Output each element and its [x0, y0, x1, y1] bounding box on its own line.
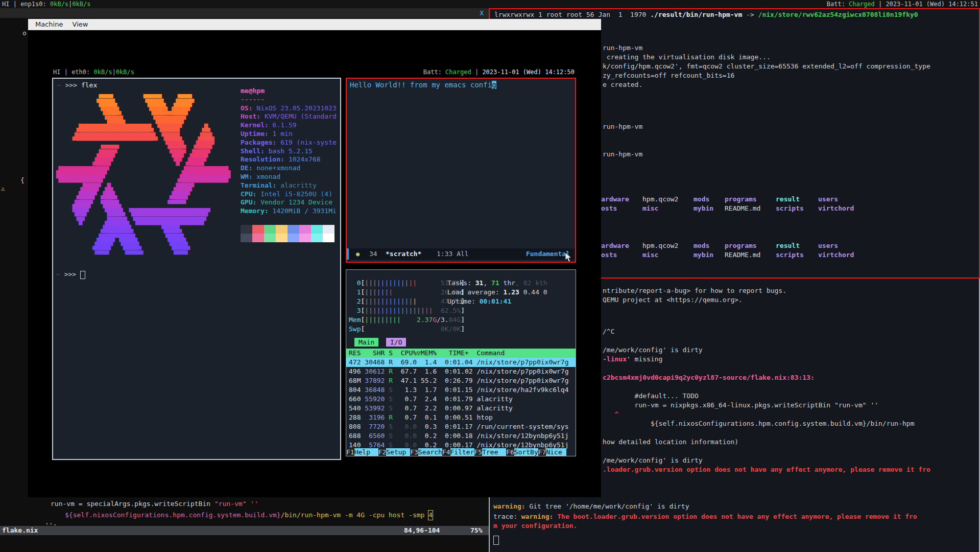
- terminal-line: run-hpm-vm: [603, 150, 642, 159]
- warning-line: trace: warning: The boot.loader.grub.ver…: [493, 512, 917, 521]
- fnkey-search[interactable]: F3: [410, 448, 418, 456]
- mouse-pointer: [565, 252, 572, 265]
- terminal-line: run-vm = nixpkgs.x86_64-linux.pkgs.write…: [603, 401, 878, 410]
- modeline-line-badge: 34: [369, 248, 377, 260]
- terminal-cursor: [493, 536, 499, 545]
- focused-border-top: [489, 8, 980, 9]
- vm-terminal-window[interactable]: ~ >>> flex ▗▄▄▄ ▗▄▄▄▄ ▄▄▄▖ ▜███▙ ▜███▙ ▟…: [52, 78, 341, 460]
- htop-process-row[interactable]: 688 6560 S 0.0 0.2 0:00.18 /nix/store/12…: [346, 431, 576, 441]
- terminal-line: run-hpm-vm: [603, 43, 642, 53]
- vm-status-bar: HI | eth0: 0kB/s|0kB/s Batt: Charged | 2…: [52, 68, 576, 77]
- fnkey-setup[interactable]: F2: [378, 448, 387, 456]
- fnkey-help-label[interactable]: Help: [354, 448, 378, 456]
- modeline-position: 1:33 All: [437, 248, 469, 260]
- memory-meter: Mem[||||||||| 2.37G/3.84G]: [349, 315, 465, 325]
- vm-battery-status: Charged: [445, 68, 471, 76]
- cpu-meter-3: 3[||||||||||||||||| 62.5%]: [349, 306, 465, 315]
- neofetch-info: me@hpm ------ OS: NixOS 23.05.20231023 H…: [241, 87, 341, 216]
- fnkey-help[interactable]: F1: [346, 448, 354, 456]
- emacs-buffer-text: Hello World!! from my emacs config: [350, 80, 496, 90]
- htop-process-row[interactable]: 540 53992 S 0.7 2.2 0:00.97 alacritty: [346, 404, 576, 413]
- htop-window[interactable]: 0[||||||||||||| 51.7%] 1[||||||| 26.0%] …: [346, 269, 576, 456]
- vim-code-line: ${self.nixosConfigurations.hpm.config.sy…: [65, 511, 433, 520]
- vm-clock: Batt: Charged | 2023-11-01 (Wed) 14:12:5…: [423, 68, 575, 77]
- warning-line: warning: Git tree '/home/me/work/config'…: [493, 502, 689, 511]
- swap-meter: Swp[ 0K/0K]: [349, 325, 465, 334]
- statusline-percent: 75%: [470, 526, 482, 535]
- terminal-line: lrwxrwxrwx 1 root root 56 Jan 1 1970 ./r…: [494, 10, 918, 19]
- htop-tab-io[interactable]: I/O: [386, 338, 406, 347]
- modeline-accent: [347, 248, 349, 260]
- error-location-line: c2bcsm4xmj0vd0capi9q2yc0yzl87-source/fla…: [603, 373, 815, 382]
- terminal-line: how detailed location information): [603, 438, 738, 447]
- fnkey-sortby-label[interactable]: SortBy: [514, 448, 538, 456]
- terminal-line: QEMU project at <https://qemu.org>.: [603, 295, 743, 305]
- htop-process-row[interactable]: 804 36848 S 1.3 1.7 0:01.15 /nix/store/h…: [346, 385, 576, 395]
- fnkey-nice-label[interactable]: Nice: [546, 448, 562, 456]
- error-caret: ^: [603, 410, 618, 419]
- emacs-cursor: g: [492, 81, 496, 89]
- ls-listing: ardwarehpm.qcow2modsprogramsresultusers: [601, 241, 838, 250]
- emacs-modeline: ● 34 *scratch* 1:33 All Fundamental: [347, 248, 575, 260]
- fnkey-stub: [562, 448, 566, 456]
- terminal-line: #default... TODO: [603, 392, 699, 401]
- htop-process-row[interactable]: 808 7720 S 0.0 0.3 0:01.17 /run/current-…: [346, 422, 576, 431]
- qemu-window[interactable]: Machine View HI | eth0: 0kB/s|0kB/s Batt…: [28, 19, 601, 497]
- htop-header-row[interactable]: RES SHR S CPU%▽MEM% TIME+ Command: [346, 349, 576, 358]
- warning-sign-icon: ⚠: [1, 185, 5, 192]
- mode-indicator: Fundamental: [526, 248, 570, 260]
- fnkey-filter[interactable]: F4: [442, 448, 450, 456]
- fnkey-sortby[interactable]: F6: [506, 448, 514, 456]
- terminal-line: run-hpm-vm: [603, 122, 642, 131]
- htop-process-row[interactable]: 288 3196 R 0.7 0.1 0:00.51 htop: [346, 413, 576, 422]
- htop-process-row[interactable]: 496 30612 R 67.7 1.6 0:01.02 /nix/store/…: [346, 367, 576, 376]
- vim-tabline: flake.nix b/main.nix b/hpm.nix u/m/defau…: [0, 8, 489, 18]
- terminal-line: zy_refcounts=off refcount_bits=16: [603, 71, 734, 80]
- tabline-close-button[interactable]: X: [480, 8, 484, 18]
- network-monitor: HI | enp1s0: 0kB/s|0kB/s: [2, 0, 90, 8]
- menu-view[interactable]: View: [73, 20, 88, 28]
- fnkey-setup-label[interactable]: Setup: [386, 448, 410, 456]
- fnkey-filter-label[interactable]: Filter: [450, 448, 474, 456]
- tasks-summary: Tasks: 31, 71 thr, 82 kth: [447, 279, 547, 288]
- load-average: Load average: 1.23 0.44 0: [447, 288, 547, 297]
- terminal-line: ntribute/report-a-bug> for how to report…: [603, 286, 786, 295]
- terminal-line: /^C: [603, 327, 614, 336]
- vm-network-monitor: HI | eth0: 0kB/s|0kB/s: [53, 68, 134, 77]
- uptime: Uptime: 00:01:41: [447, 297, 547, 306]
- terminal-line: k/config/hpm.qcow2', fmt=qcow2 cluster_s…: [603, 62, 930, 71]
- ls-listing: ostsmiscmybinREADME.mdscriptsvirtchord: [601, 204, 854, 213]
- terminal-line: /me/work/config' is dirty: [603, 456, 703, 465]
- htop-tab-main[interactable]: Main: [354, 338, 378, 347]
- htop-process-row[interactable]: 68M 37892 R 47.1 55.2 0:26.79 /nix/store…: [346, 376, 576, 385]
- terminal-line: creating the virtualisation disk image..…: [603, 53, 771, 62]
- fnkey-search-label[interactable]: Search: [418, 448, 442, 456]
- statusline-position: 84,96-104: [404, 526, 440, 535]
- shell-prompt: ~ >>>: [56, 270, 85, 279]
- terminal-cursor: [80, 271, 85, 279]
- vim-cursor: 4: [428, 510, 433, 520]
- warning-line: m your configuration.: [493, 521, 577, 531]
- htop-process-row[interactable]: 660 55920 S 0.7 2.4 0:01.79 alacritty: [346, 395, 576, 404]
- qemu-menubar: Machine View: [28, 19, 601, 30]
- ls-listing: ostsmiscmybinREADME.mdscriptsvirtchord: [601, 250, 854, 260]
- fnkey-nice[interactable]: F7: [538, 448, 546, 456]
- statusline-filename: flake.nix: [2, 526, 38, 535]
- warning-line: .loader.grub.version option does not hav…: [603, 465, 930, 474]
- nixos-logo: ▗▄▄▄ ▗▄▄▄▄ ▄▄▄▖ ▜███▙ ▜███▙ ▟███▛ ▜███▙ …: [56, 90, 230, 259]
- emacs-window[interactable]: Hello World!! from my emacs config ● 34 …: [346, 78, 576, 263]
- buffer-state-icon: ●: [356, 248, 360, 260]
- terminal-line: /me/work/config' is dirty: [603, 346, 703, 355]
- menu-machine[interactable]: Machine: [35, 20, 63, 28]
- status-bar: HI | enp1s0: 0kB/s|0kB/s Batt: Charged |…: [0, 0, 980, 8]
- vim-stray-char: {: [20, 177, 25, 184]
- vim-stray-char: o: [22, 30, 27, 37]
- terminal-line: ${self.nixosConfigurations.hpm.config.sy…: [603, 419, 914, 428]
- fnkey-tree[interactable]: F5: [474, 448, 483, 456]
- modeline-buffer-name[interactable]: *scratch*: [386, 248, 421, 260]
- htop-process-row[interactable]: 472 30468 R 69.0 1.4 0:01.04 /nix/store/…: [346, 358, 576, 367]
- terminal-line: e created.: [603, 80, 642, 89]
- vim-statusline: flake.nix 84,96-104 75%: [0, 526, 489, 535]
- htop-summary: Tasks: 31, 71 thr, 82 kth Load average: …: [447, 279, 547, 306]
- fnkey-tree-label[interactable]: Tree: [482, 448, 506, 456]
